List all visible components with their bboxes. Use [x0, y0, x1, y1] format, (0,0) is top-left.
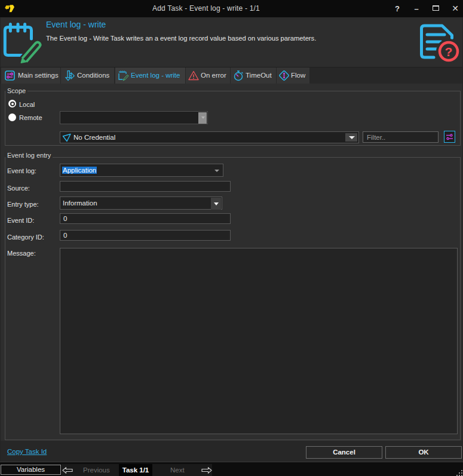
svg-text:?: ?: [445, 45, 453, 59]
